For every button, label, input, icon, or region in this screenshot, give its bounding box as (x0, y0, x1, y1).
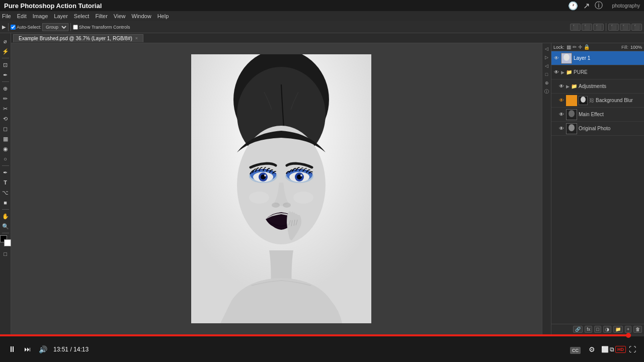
menu-file[interactable]: File (2, 13, 11, 19)
eraser-tool[interactable]: ◻ (1, 124, 10, 133)
panel-toggle-6[interactable]: ⓘ (543, 88, 550, 95)
history-brush-tool[interactable]: ⟲ (1, 114, 10, 123)
layer1-thumbnail (561, 53, 572, 64)
panel-toggle-5[interactable]: ⊕ (543, 79, 550, 86)
layer-mask-btn[interactable]: □ (594, 326, 601, 333)
menu-help[interactable]: Help (157, 13, 169, 19)
layer-link-btn[interactable]: 🔗 (573, 326, 583, 333)
hand-tool[interactable]: ✋ (1, 212, 10, 221)
lock-image-icon[interactable]: ✏ (573, 44, 577, 50)
progress-bar[interactable] (0, 334, 644, 336)
layer-new-btn[interactable]: + (625, 326, 631, 333)
layer-item-bgblur[interactable]: 👁 ⛓ Background Blur (551, 94, 644, 108)
pause-button[interactable]: ⏸ (6, 345, 18, 354)
spot-heal-tool[interactable]: ⊕ (1, 84, 10, 93)
toolbar-arrow: ▶ (2, 24, 6, 30)
layer-adjustment-btn[interactable]: ◑ (603, 326, 611, 333)
tab-close-btn[interactable]: × (135, 36, 138, 41)
lock-position-icon[interactable]: ✛ (578, 44, 582, 50)
info-icon[interactable]: ⓘ (595, 1, 603, 11)
menu-bar: File Edit Image Layer Select Filter View… (0, 11, 644, 21)
adjustments-visibility-eye[interactable]: 👁 (558, 83, 565, 89)
adjustments-expand-arrow[interactable]: ▶ (566, 84, 570, 89)
panel-toggle-3[interactable]: ◁ (543, 62, 550, 69)
layer-item-adjustments[interactable]: 👁 ▶ 📁 Adjustments (551, 79, 644, 94)
menu-select[interactable]: Select (74, 13, 90, 19)
lock-transparent-icon[interactable]: ▦ (567, 44, 571, 50)
tab-filename: Example Brushed.psd @ 36.7% (Layer 1, RG… (19, 36, 132, 41)
menu-view[interactable]: View (114, 13, 126, 19)
zoom-tool[interactable]: 🔍 (1, 222, 10, 231)
auto-select-checkbox[interactable] (11, 25, 16, 30)
originalphoto-name: Original Photo (579, 126, 642, 131)
dodge-tool[interactable]: ○ (1, 154, 10, 163)
screen-mode-btn[interactable]: □ (1, 249, 10, 258)
menu-image[interactable]: Image (33, 13, 48, 19)
brush-tool[interactable]: ✏ (1, 94, 10, 103)
layer-item-originalphoto[interactable]: 👁 Original Photo (551, 122, 644, 136)
menu-window[interactable]: Window (132, 13, 151, 19)
fullscreen-button[interactable]: ⛶ (627, 345, 638, 353)
align-left-btn[interactable]: ⬛ (570, 24, 581, 31)
pure-expand-arrow[interactable]: ▶ (561, 70, 565, 75)
panel-toggle-1[interactable]: ◁ (543, 45, 550, 52)
svg-point-18 (300, 174, 302, 176)
fill-value[interactable]: 100% (630, 45, 642, 50)
lock-label: Lock: (553, 45, 565, 50)
panel-toggle-4[interactable]: □ (543, 71, 550, 78)
fill-label: Fill: (621, 45, 628, 50)
miniplayer-icon[interactable]: ⧉ (610, 346, 614, 353)
clone-tool[interactable]: ✂ (1, 104, 10, 113)
layer-group-btn[interactable]: 📁 (613, 326, 623, 333)
distribute-btn[interactable]: ⬛ (608, 24, 619, 31)
layer1-visibility-eye[interactable]: 👁 (553, 55, 559, 61)
theater-icon[interactable]: ⬜ (601, 346, 609, 353)
share-icon[interactable]: ↗ (583, 1, 590, 11)
layer-item-layer1[interactable]: 👁 Layer 1 (551, 51, 644, 65)
layers-panel: Layers Channels Paths Kind T ⊕ ◻ 📷 ◐ Nor… (551, 11, 644, 334)
wand-tool[interactable]: ⚡ (1, 47, 10, 56)
menu-layer[interactable]: Layer (54, 13, 68, 19)
time-display: 13:51 / 14:13 (53, 346, 89, 353)
crop-tool[interactable]: ⊡ (1, 60, 10, 69)
layer-item-pure[interactable]: 👁 ▶ 📁 PURE (551, 65, 644, 79)
panel-toggle-2[interactable]: ▷ (543, 54, 550, 61)
lock-all-icon[interactable]: 🔒 (584, 44, 590, 50)
settings-button[interactable]: ⚙ (587, 345, 597, 353)
text-tool[interactable]: T (1, 178, 10, 187)
pure-visibility-eye[interactable]: 👁 (553, 69, 559, 75)
distribute2-btn[interactable]: ⬛ (620, 24, 630, 31)
eyedropper-tool[interactable]: ✒ (1, 70, 10, 79)
volume-button[interactable]: 🔊 (37, 345, 49, 353)
bgblur-thumbnail (566, 95, 577, 106)
layer-item-maineffect[interactable]: 👁 Main Effect (551, 108, 644, 122)
auto-select-dropdown[interactable]: Group Layer (42, 23, 68, 31)
color-swatches[interactable] (0, 235, 11, 246)
blur-tool[interactable]: ◉ (1, 144, 10, 153)
lasso-tool[interactable]: ⌀ (1, 37, 10, 46)
left-tool-panel: ✛ ▭ ⌀ ⚡ ⊡ ✒ ⊕ ✏ ✂ ⟲ ◻ ▦ ◉ ○ ✒ T ⌥ ■ ✋ 🔍 … (0, 11, 11, 334)
gradient-tool[interactable]: ▦ (1, 134, 10, 143)
menu-edit[interactable]: Edit (17, 13, 27, 19)
align-right-btn[interactable]: ⬛ (593, 24, 604, 31)
menu-filter[interactable]: Filter (95, 13, 107, 19)
svg-point-20 (283, 203, 291, 208)
captions-button[interactable]: CC (568, 345, 583, 354)
maineffect-visibility-eye[interactable]: 👁 (558, 112, 565, 118)
layer-fx-btn[interactable]: fx (585, 326, 592, 333)
history-icon[interactable]: 🕐 (568, 1, 578, 11)
background-color[interactable] (4, 239, 11, 246)
next-button[interactable]: ⏭ (22, 345, 33, 353)
tool-sep-6 (2, 233, 9, 233)
align-center-btn[interactable]: ⬛ (582, 24, 592, 31)
maineffect-name: Main Effect (579, 112, 642, 117)
transform-checkbox[interactable] (73, 25, 78, 30)
layer-delete-btn[interactable]: 🗑 (633, 326, 642, 333)
distribute3-btn[interactable]: ⬛ (631, 24, 642, 31)
path-tool[interactable]: ⌥ (1, 188, 10, 197)
originalphoto-visibility-eye[interactable]: 👁 (558, 126, 565, 132)
pen-tool[interactable]: ✒ (1, 168, 10, 177)
active-tab[interactable]: Example Brushed.psd @ 36.7% (Layer 1, RG… (13, 34, 143, 42)
shape-tool[interactable]: ■ (1, 198, 10, 207)
bgblur-visibility-eye[interactable]: 👁 (558, 98, 565, 104)
